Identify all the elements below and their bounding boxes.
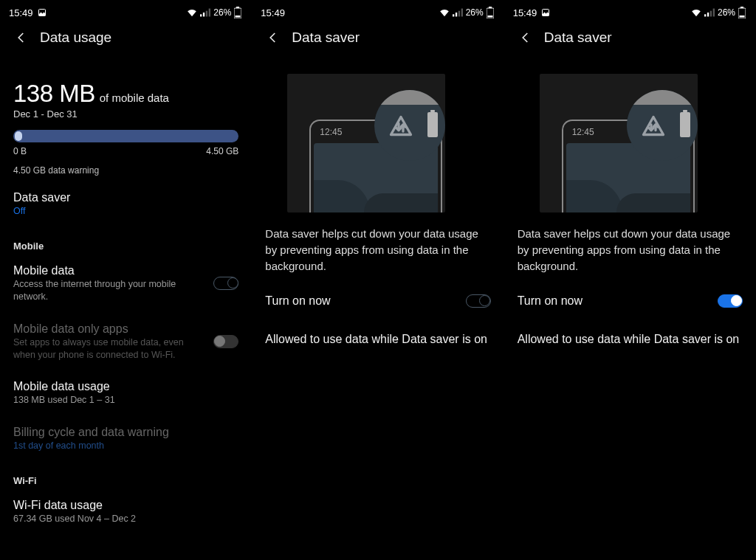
turn-on-toggle[interactable] <box>466 294 491 308</box>
section-mobile: Mobile <box>13 241 238 252</box>
battery-icon <box>234 7 241 18</box>
illustration: 12:45 <box>540 74 698 212</box>
back-icon[interactable] <box>267 31 280 44</box>
back-icon[interactable] <box>15 31 28 44</box>
statusbar: 15:49 26% <box>252 0 504 22</box>
data-saver-desc: Data saver helps cut down your data usag… <box>518 226 743 281</box>
svg-rect-11 <box>461 9 462 17</box>
row-turn-on[interactable]: Turn on now <box>518 281 743 322</box>
data-saver-title: Data saver <box>13 191 238 204</box>
mobile-data-title: Mobile data <box>13 264 206 277</box>
data-saver-icon <box>640 114 667 140</box>
row-billing-cycle[interactable]: Billing cycle and data warning 1st day o… <box>13 416 238 462</box>
back-icon[interactable] <box>519 31 532 44</box>
svg-rect-17 <box>707 13 709 16</box>
usage-bar-max: 4.50 GB <box>206 146 238 156</box>
svg-rect-2 <box>203 13 205 16</box>
illustration: 12:45 <box>287 74 445 212</box>
statusbar: 15:49 26% <box>504 0 756 22</box>
status-battery-pct: 26% <box>213 7 231 18</box>
wifi-icon <box>187 8 197 17</box>
mobile-usage-sub: 138 MB used Dec 1 – 31 <box>13 394 238 407</box>
illus-battery-icon <box>680 112 690 137</box>
row-wifi-usage[interactable]: Wi-Fi data usage 67.34 GB used Nov 4 – D… <box>13 489 238 535</box>
wifi-icon <box>691 8 701 17</box>
data-saver-desc: Data saver helps cut down your data usag… <box>265 226 490 281</box>
status-time: 15:49 <box>513 7 537 18</box>
svg-rect-14 <box>487 15 492 18</box>
data-warning: 4.50 GB data warning <box>13 165 238 176</box>
status-battery-pct: 26% <box>718 7 735 18</box>
screen-data-saver-off: 15:49 26% Data saver 12:45 Data saver he… <box>252 0 504 560</box>
wifi-usage-title: Wi-Fi data usage <box>13 499 238 512</box>
section-wifi: Wi-Fi <box>13 475 238 486</box>
signal-icon <box>704 8 715 17</box>
page-title: Data saver <box>292 30 360 46</box>
turn-on-toggle[interactable] <box>718 294 743 308</box>
svg-rect-4 <box>209 9 210 17</box>
usage-bar-range: 0 B 4.50 GB <box>13 146 238 156</box>
row-allowed-apps[interactable]: Allowed to use data while Data saver is … <box>518 322 743 348</box>
data-saver-icon <box>388 114 414 140</box>
appbar: Data saver <box>252 22 504 59</box>
wifi-usage-sub: 67.34 GB used Nov 4 – Dec 2 <box>13 513 238 525</box>
row-data-saver[interactable]: Data saver Off <box>13 182 238 227</box>
billing-title: Billing cycle and data warning <box>13 426 238 439</box>
row-allowed-apps[interactable]: Allowed to use data while Data saver is … <box>265 322 490 348</box>
usage-bar-fill <box>15 131 22 141</box>
illus-time: 12:45 <box>572 127 594 137</box>
screen-data-saver-on: 15:49 26% Data saver 12:45 Data saver he… <box>504 0 756 560</box>
battery-icon <box>487 7 494 18</box>
svg-rect-8 <box>453 14 454 16</box>
signal-icon <box>453 8 463 17</box>
turn-on-label: Turn on now <box>265 294 330 308</box>
usage-period: Dec 1 - Dec 31 <box>13 108 238 120</box>
status-time: 15:49 <box>9 7 33 18</box>
image-icon <box>38 8 47 17</box>
svg-rect-22 <box>739 15 744 18</box>
row-mobile-usage[interactable]: Mobile data usage 138 MB used Dec 1 – 31 <box>13 370 238 416</box>
battery-icon <box>738 7 746 18</box>
status-battery-pct: 26% <box>466 7 484 18</box>
mobile-data-sub: Access the internet through your mobile … <box>13 278 206 303</box>
data-saver-status: Off <box>13 205 238 218</box>
svg-rect-7 <box>236 15 241 18</box>
usage-label: of mobile data <box>100 91 169 104</box>
row-mobile-data[interactable]: Mobile data Access the internet through … <box>13 255 238 313</box>
svg-rect-3 <box>206 11 207 17</box>
status-time: 15:49 <box>261 7 285 18</box>
appbar: Data saver <box>504 22 756 59</box>
image-icon <box>541 8 550 17</box>
usage-bar-min: 0 B <box>13 146 27 156</box>
screen-data-usage: 15:49 26% Data usage 138 MB of mobile da… <box>0 0 252 560</box>
turn-on-label: Turn on now <box>518 294 583 308</box>
mobile-data-toggle[interactable] <box>213 277 238 290</box>
svg-rect-9 <box>456 13 457 16</box>
illus-time: 12:45 <box>320 127 342 137</box>
mobile-usage-title: Mobile data usage <box>13 380 238 393</box>
page-title: Data saver <box>544 30 612 46</box>
svg-rect-19 <box>713 9 715 17</box>
appbar: Data usage <box>0 22 252 59</box>
illus-battery-icon <box>427 112 438 137</box>
wifi-icon <box>439 8 450 17</box>
svg-rect-18 <box>710 11 712 17</box>
mobile-only-title: Mobile data only apps <box>13 322 206 336</box>
mobile-only-sub: Set apps to always use mobile data, even… <box>13 336 206 362</box>
svg-rect-1 <box>200 14 202 16</box>
usage-summary: 138 MB of mobile data <box>13 80 238 108</box>
usage-bar[interactable] <box>13 130 238 142</box>
mobile-only-toggle <box>213 335 238 348</box>
svg-rect-16 <box>704 14 706 16</box>
usage-amount: 138 MB <box>13 80 95 108</box>
page-title: Data usage <box>40 30 111 46</box>
svg-rect-10 <box>458 11 459 17</box>
row-mobile-only-apps: Mobile data only apps Set apps to always… <box>13 313 238 371</box>
statusbar: 15:49 26% <box>0 0 252 22</box>
row-turn-on[interactable]: Turn on now <box>265 281 490 322</box>
signal-icon <box>200 8 210 17</box>
billing-sub: 1st day of each month <box>13 440 238 452</box>
